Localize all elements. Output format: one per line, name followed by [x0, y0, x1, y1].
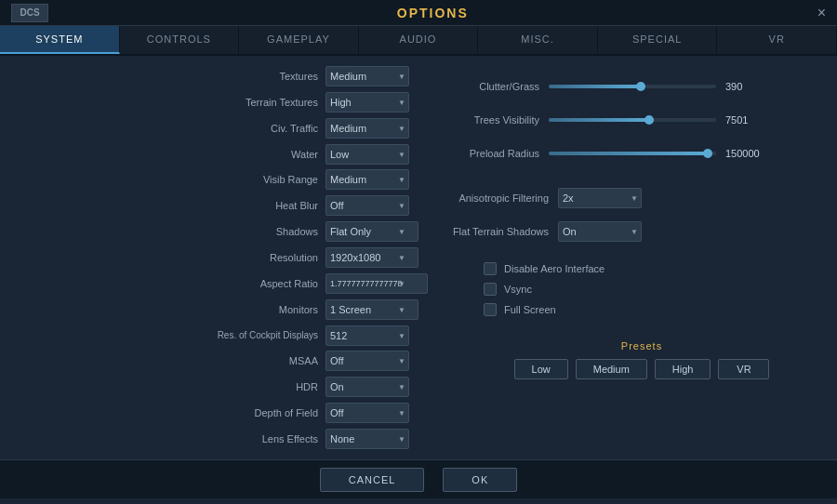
- trees-visibility-slider[interactable]: [549, 118, 716, 122]
- shadows-row: Shadows Flat Only: [19, 220, 409, 243]
- cockpit-displays-select-wrapper: 512: [326, 325, 409, 346]
- clutter-grass-value: 390: [725, 81, 772, 92]
- fullscreen-checkbox[interactable]: [484, 303, 497, 316]
- monitors-select[interactable]: 1 Screen: [326, 299, 418, 320]
- terrain-textures-label: Terrain Textures: [197, 97, 318, 108]
- checkboxes-section: Disable Aero Interface Vsync Full Screen: [428, 262, 818, 316]
- tab-misc[interactable]: MISC.: [478, 26, 598, 54]
- logo-area: DCS: [11, 4, 48, 22]
- preset-medium-button[interactable]: Medium: [576, 359, 647, 379]
- visib-range-row: Visib Range Medium: [19, 168, 409, 191]
- aspect-ratio-label: Aspect Ratio: [197, 278, 318, 289]
- window-title: OPTIONS: [397, 6, 469, 20]
- civ-traffic-select-wrapper: Medium: [326, 118, 409, 139]
- msaa-label: MSAA: [197, 355, 318, 366]
- terrain-textures-select[interactable]: High: [326, 92, 409, 113]
- footer: CANCEL OK: [0, 459, 837, 498]
- tab-bar: SYSTEM CONTROLS GAMEPLAY AUDIO MISC. SPE…: [0, 26, 837, 56]
- fullscreen-row[interactable]: Full Screen: [484, 303, 818, 316]
- visib-range-select[interactable]: Medium: [326, 169, 409, 190]
- heat-blur-select-wrapper: Off: [326, 195, 409, 216]
- shadows-select-wrapper: Flat Only: [326, 221, 409, 242]
- cockpit-displays-select[interactable]: 512: [326, 325, 409, 346]
- cockpit-displays-label: Res. of Cockpit Displays: [197, 330, 318, 340]
- shadows-select[interactable]: Flat Only: [326, 221, 418, 242]
- water-select[interactable]: Low: [326, 144, 409, 165]
- lens-effects-select-wrapper: None: [326, 429, 409, 449]
- textures-select[interactable]: Medium: [326, 66, 409, 86]
- tab-vr[interactable]: VR: [717, 26, 837, 54]
- tab-audio[interactable]: AUDIO: [359, 26, 479, 54]
- flat-terrain-shadows-select[interactable]: On: [558, 221, 642, 242]
- title-bar: DCS OPTIONS ×: [0, 0, 837, 26]
- lens-effects-row: Lens Effects None: [19, 428, 409, 450]
- lens-effects-select[interactable]: None: [326, 429, 409, 449]
- depth-of-field-select[interactable]: Off: [326, 403, 409, 423]
- msaa-select[interactable]: Off: [326, 351, 409, 371]
- civ-traffic-label: Civ. Traffic: [197, 123, 318, 134]
- resolution-select[interactable]: 1920x1080: [326, 247, 418, 268]
- cancel-button[interactable]: CANCEL: [320, 468, 425, 492]
- ok-button[interactable]: OK: [443, 468, 517, 492]
- water-row: Water Low: [19, 143, 409, 166]
- fullscreen-label: Full Screen: [504, 304, 556, 315]
- trees-visibility-value: 7501: [725, 114, 772, 126]
- close-button[interactable]: ×: [817, 5, 826, 21]
- preload-radius-label: Preload Radius: [428, 148, 539, 159]
- resolution-select-wrapper: 1920x1080: [326, 247, 409, 268]
- preset-low-button[interactable]: Low: [514, 359, 568, 379]
- preload-radius-slider[interactable]: [549, 152, 716, 155]
- tab-gameplay[interactable]: GAMEPLAY: [239, 26, 359, 54]
- terrain-textures-select-wrapper: High: [326, 92, 409, 113]
- aspect-ratio-select[interactable]: 1.77777777777778: [326, 273, 428, 294]
- monitors-row: Monitors 1 Screen: [19, 298, 409, 321]
- resolution-row: Resolution 1920x1080: [19, 246, 409, 269]
- civ-traffic-row: Civ. Traffic Medium: [19, 117, 409, 139]
- heat-blur-row: Heat Blur Off: [19, 194, 409, 217]
- tab-special[interactable]: SPECIAL: [598, 26, 718, 54]
- resolution-label: Resolution: [197, 252, 318, 263]
- tab-system[interactable]: SYSTEM: [0, 26, 120, 54]
- depth-of-field-row: Depth of Field Off: [19, 402, 409, 424]
- disable-aero-row[interactable]: Disable Aero Interface: [484, 262, 818, 275]
- textures-label: Textures: [197, 71, 318, 82]
- preset-vr-button[interactable]: VR: [718, 359, 769, 379]
- hdr-select[interactable]: On: [326, 377, 409, 397]
- hdr-label: HDR: [197, 381, 318, 392]
- flat-terrain-shadows-row: Flat Terrain Shadows On: [428, 219, 818, 244]
- anisotropic-filtering-select[interactable]: 2x: [558, 188, 642, 208]
- water-label: Water: [197, 149, 318, 160]
- monitors-select-wrapper: 1 Screen: [326, 299, 409, 320]
- textures-row: Textures Medium: [19, 65, 409, 87]
- textures-select-wrapper: Medium: [326, 66, 409, 86]
- heat-blur-select[interactable]: Off: [326, 195, 409, 216]
- main-content: Textures Medium Terrain Textures High Ci…: [0, 56, 837, 459]
- anisotropic-filtering-select-wrapper: 2x: [558, 188, 642, 208]
- dcs-logo: DCS: [11, 4, 48, 22]
- civ-traffic-select[interactable]: Medium: [326, 118, 409, 139]
- clutter-grass-slider[interactable]: [549, 85, 716, 88]
- lens-effects-label: Lens Effects: [197, 433, 318, 444]
- disable-aero-checkbox[interactable]: [484, 262, 497, 275]
- preset-high-button[interactable]: High: [655, 359, 711, 379]
- depth-of-field-select-wrapper: Off: [326, 403, 409, 423]
- hdr-row: HDR On: [19, 376, 409, 398]
- tab-controls[interactable]: CONTROLS: [120, 26, 240, 54]
- water-select-wrapper: Low: [326, 144, 409, 165]
- flat-terrain-shadows-label: Flat Terrain Shadows: [428, 226, 549, 237]
- visib-range-select-wrapper: Medium: [326, 169, 409, 190]
- presets-title: Presets: [621, 340, 662, 351]
- vsync-label: Vsync: [504, 284, 532, 295]
- vsync-row[interactable]: Vsync: [484, 283, 818, 296]
- clutter-grass-row: Clutter/Grass 390: [428, 74, 818, 99]
- shadows-label: Shadows: [197, 226, 318, 237]
- presets-section: Presets Low Medium High VR: [428, 340, 818, 379]
- preload-radius-row: Preload Radius 150000: [428, 141, 818, 166]
- right-settings-panel: Clutter/Grass 390 Trees Visibility 7501 …: [428, 65, 818, 450]
- depth-of-field-label: Depth of Field: [197, 407, 318, 418]
- clutter-grass-label: Clutter/Grass: [428, 81, 539, 92]
- presets-buttons-group: Low Medium High VR: [514, 359, 770, 379]
- vsync-checkbox[interactable]: [484, 283, 497, 296]
- msaa-row: MSAA Off: [19, 350, 409, 372]
- preload-radius-value: 150000: [725, 148, 772, 159]
